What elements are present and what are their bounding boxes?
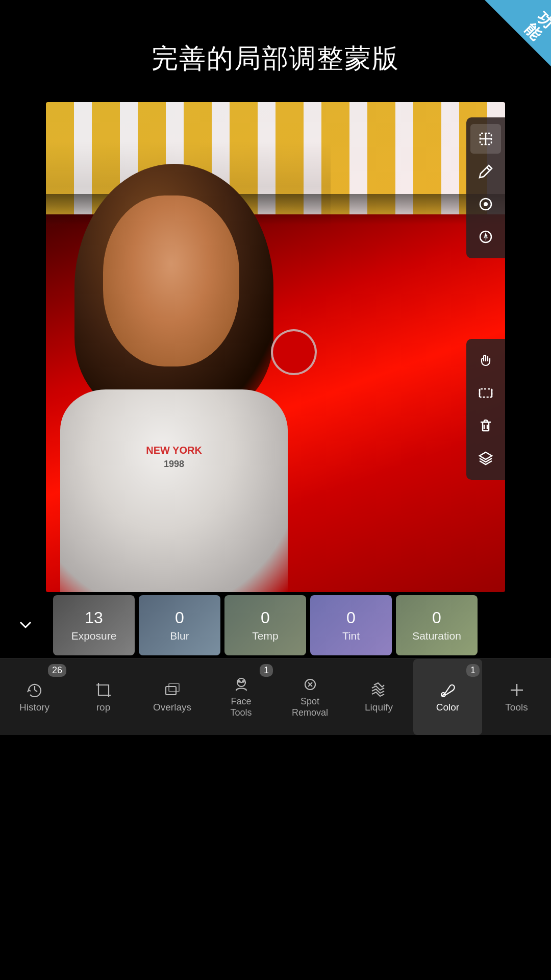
hand-tool-btn[interactable] <box>470 346 501 375</box>
toolbar-right-bottom <box>466 339 505 480</box>
nav-color-label: Color <box>436 702 459 713</box>
nav-spot-removal-label: SpotRemoval <box>292 696 328 718</box>
crop-icon <box>94 681 113 699</box>
select-tool-btn[interactable] <box>470 124 501 154</box>
adj-tint[interactable]: 0 Tint <box>310 595 392 655</box>
adj-tint-label: Tint <box>342 630 360 642</box>
svg-point-22 <box>242 681 244 682</box>
adj-exposure-label: Exposure <box>71 630 117 642</box>
nav-liquify-label: Liquify <box>365 702 393 713</box>
nav-face-tools[interactable]: 1 FaceTools <box>207 659 276 735</box>
tools-icon <box>508 681 526 699</box>
nav-crop[interactable]: rop <box>69 659 138 735</box>
nav-overlays-label: Overlays <box>153 702 191 713</box>
select-icon <box>478 131 494 147</box>
adj-temp-label: Temp <box>252 630 278 642</box>
nav-history-label: History <box>19 702 49 713</box>
adj-saturation-label: Saturation <box>412 630 461 642</box>
nav-face-tools-label: FaceTools <box>230 696 252 718</box>
selection-tool-btn[interactable] <box>470 378 501 408</box>
compass-tool-btn[interactable] <box>470 222 501 252</box>
svg-line-3 <box>487 167 490 170</box>
header-title: 完善的局部调整蒙版 <box>0 0 551 102</box>
nav-history[interactable]: 26 History <box>0 659 69 735</box>
adjustment-strip: 13 Exposure 0 Blur 0 Temp 0 Tint 0 <box>0 592 551 658</box>
radial-tool-btn[interactable] <box>470 189 501 219</box>
color-picker-icon <box>439 681 457 699</box>
liquify-icon <box>370 681 388 699</box>
adj-exposure-value: 13 <box>85 608 103 627</box>
selection-icon <box>478 385 494 401</box>
history-icon <box>26 681 44 699</box>
face-tools-badge: 1 <box>260 664 273 677</box>
adj-tint-value: 0 <box>346 608 356 627</box>
svg-point-5 <box>484 202 488 206</box>
bottom-nav: 26 History rop Overlays 1 FaceTools Spot… <box>0 658 551 735</box>
adj-temp-value: 0 <box>261 608 270 627</box>
adj-temp[interactable]: 0 Temp <box>224 595 306 655</box>
svg-marker-15 <box>480 452 492 459</box>
chevron-down-icon <box>16 616 35 634</box>
layers-icon <box>478 450 494 467</box>
spot-removal-icon <box>301 675 319 694</box>
adj-blur[interactable]: 0 Blur <box>139 595 220 655</box>
pen-icon <box>478 163 494 180</box>
corner-badge-text: 功能 <box>522 9 551 43</box>
photo-container: NEW YORK1998 <box>46 102 505 592</box>
nav-color[interactable]: 1 Color <box>413 659 482 735</box>
color-badge: 1 <box>466 664 480 677</box>
svg-rect-9 <box>480 389 492 397</box>
toolbar-right-top <box>466 117 505 258</box>
nav-crop-label: rop <box>96 702 110 713</box>
svg-line-17 <box>35 690 37 692</box>
adj-items: 13 Exposure 0 Blur 0 Temp 0 Tint 0 <box>51 593 551 657</box>
svg-rect-18 <box>166 687 176 695</box>
nav-overlays[interactable]: Overlays <box>138 659 207 735</box>
nav-tools[interactable]: Tools <box>482 659 551 735</box>
delete-icon <box>478 418 494 434</box>
delete-tool-btn[interactable] <box>470 411 501 440</box>
radial-icon <box>478 196 494 212</box>
adj-saturation-value: 0 <box>432 608 441 627</box>
layers-tool-btn[interactable] <box>470 444 501 473</box>
history-badge: 26 <box>48 664 66 677</box>
pen-tool-btn[interactable] <box>470 157 501 186</box>
adj-blur-label: Blur <box>170 630 189 642</box>
chevron-btn[interactable] <box>0 592 51 658</box>
adj-saturation[interactable]: 0 Saturation <box>396 595 478 655</box>
adj-exposure[interactable]: 13 Exposure <box>53 595 135 655</box>
hand-icon <box>478 352 494 369</box>
nav-liquify[interactable]: Liquify <box>344 659 413 735</box>
svg-rect-19 <box>169 683 179 692</box>
svg-point-21 <box>238 681 240 682</box>
nav-spot-removal[interactable]: SpotRemoval <box>276 659 344 735</box>
adj-blur-value: 0 <box>175 608 184 627</box>
face-tools-icon <box>232 675 251 694</box>
overlays-icon <box>163 681 182 699</box>
brush-circle[interactable] <box>271 329 317 375</box>
nav-tools-label: Tools <box>505 702 528 713</box>
compass-icon <box>478 229 494 245</box>
